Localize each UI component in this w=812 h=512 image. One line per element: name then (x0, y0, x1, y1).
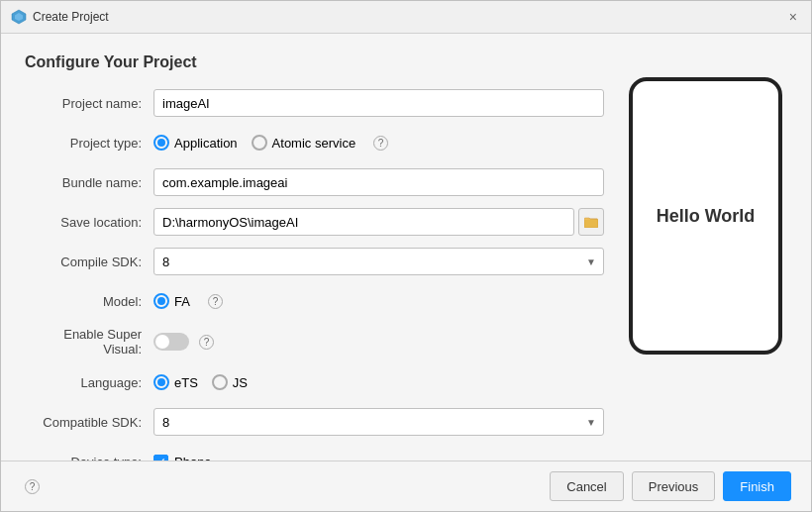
radio-fa-indicator (153, 293, 169, 309)
language-row: Language: eTS JS (25, 368, 604, 396)
content-area: Configure Your Project Project name: Pro… (1, 34, 811, 461)
form-area: Configure Your Project Project name: Pro… (25, 53, 604, 451)
model-help-icon[interactable]: ? (208, 294, 223, 309)
language-radio-group: eTS JS (153, 374, 604, 390)
save-location-input[interactable] (153, 208, 574, 236)
bundle-name-row: Bundle name: (25, 168, 604, 196)
svg-rect-2 (584, 219, 598, 228)
compatible-sdk-select-wrap: 8 7 6 ▼ (153, 408, 604, 436)
super-visual-label: Enable Super Visual: (25, 327, 153, 357)
radio-js-indicator (212, 374, 228, 390)
app-icon (11, 9, 27, 25)
radio-ets-indicator (153, 374, 169, 390)
section-title: Configure Your Project (25, 53, 604, 71)
project-type-label: Project type: (25, 136, 153, 151)
radio-js[interactable]: JS (212, 374, 248, 390)
footer-help-icon[interactable]: ? (25, 479, 40, 494)
save-location-control (153, 208, 604, 236)
browse-folder-button[interactable] (578, 208, 604, 236)
title-bar-left: Create Project (11, 9, 109, 25)
create-project-dialog: Create Project × Configure Your Project … (0, 0, 812, 512)
footer: ? Cancel Previous Finish (1, 461, 811, 511)
radio-application-label: Application (174, 136, 238, 151)
project-name-label: Project name: (25, 96, 153, 111)
radio-atomic-label: Atomic service (272, 136, 356, 151)
radio-ets[interactable]: eTS (153, 374, 198, 390)
footer-left: ? (21, 479, 40, 494)
phone-preview: Hello World (629, 77, 782, 355)
project-name-control (153, 89, 604, 117)
bundle-name-label: Bundle name: (25, 175, 153, 190)
save-location-row: Save location: (25, 208, 604, 236)
compile-sdk-select[interactable]: 8 9 10 (153, 248, 604, 275)
finish-button[interactable]: Finish (723, 471, 791, 501)
radio-application-indicator (153, 135, 169, 151)
super-visual-toggle-knob (155, 335, 169, 349)
compatible-sdk-select[interactable]: 8 7 6 (153, 408, 604, 436)
radio-fa-label: FA (174, 294, 190, 309)
location-input-wrap (153, 208, 604, 236)
project-type-help-icon[interactable]: ? (373, 136, 388, 151)
super-visual-control: ? (153, 333, 604, 351)
preview-area: Hello World (624, 53, 787, 451)
close-button[interactable]: × (785, 7, 801, 27)
title-bar: Create Project × (1, 1, 811, 34)
project-type-row: Project type: Application Atomic service… (25, 129, 604, 156)
radio-fa[interactable]: FA (153, 293, 190, 309)
radio-ets-label: eTS (174, 375, 198, 390)
super-visual-help-icon[interactable]: ? (199, 335, 214, 350)
project-name-row: Project name: (25, 89, 604, 117)
super-visual-row: Enable Super Visual: ? (25, 327, 604, 357)
model-row: Model: FA ? (25, 287, 604, 315)
dialog-title: Create Project (33, 10, 109, 24)
compile-sdk-row: Compile SDK: 8 9 10 ▼ (25, 248, 604, 275)
radio-atomic-indicator (252, 135, 267, 151)
language-label: Language: (25, 375, 153, 390)
model-control: FA ? (153, 293, 604, 309)
compile-sdk-select-wrap: 8 9 10 ▼ (153, 248, 604, 275)
radio-atomic[interactable]: Atomic service (252, 135, 356, 151)
project-type-radio-group: Application Atomic service ? (153, 135, 604, 151)
compatible-sdk-row: Compatible SDK: 8 7 6 ▼ (25, 408, 604, 436)
compile-sdk-label: Compile SDK: (25, 255, 153, 269)
model-label: Model: (25, 294, 153, 309)
compatible-sdk-label: Compatible SDK: (25, 415, 153, 430)
device-type-row: Device type: ✓ Phone (25, 448, 604, 461)
compatible-sdk-control: 8 7 6 ▼ (153, 408, 604, 436)
bundle-name-input[interactable] (153, 168, 604, 196)
super-visual-toggle[interactable] (153, 333, 189, 351)
radio-js-label: JS (233, 375, 248, 390)
bundle-name-control (153, 168, 604, 196)
footer-right: Cancel Previous Finish (550, 471, 791, 501)
language-control: eTS JS (153, 374, 604, 390)
preview-text: Hello World (657, 206, 756, 227)
cancel-button[interactable]: Cancel (550, 471, 623, 501)
project-name-input[interactable] (153, 89, 604, 117)
model-radio-group: FA ? (153, 293, 604, 309)
compile-sdk-control: 8 9 10 ▼ (153, 248, 604, 275)
save-location-label: Save location: (25, 215, 153, 230)
project-type-control: Application Atomic service ? (153, 135, 604, 151)
radio-application[interactable]: Application (153, 135, 238, 151)
previous-button[interactable]: Previous (632, 471, 716, 501)
